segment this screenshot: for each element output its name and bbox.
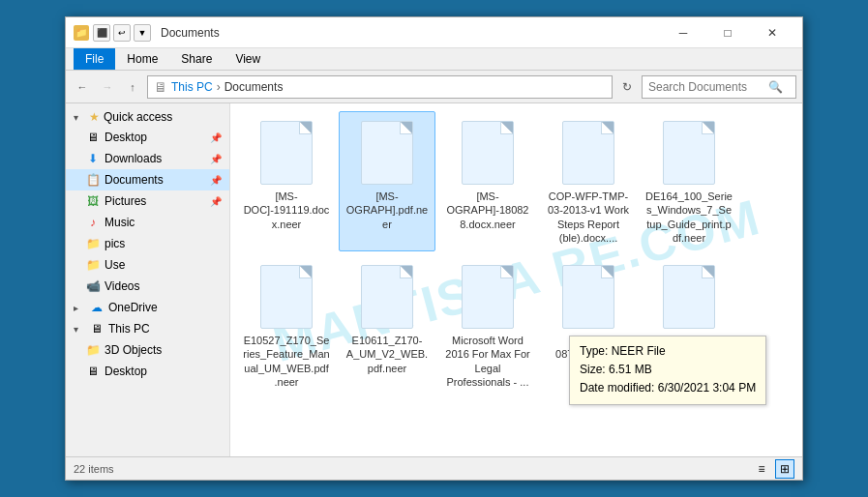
sidebar-label-onedrive: OneDrive	[108, 301, 222, 314]
file-icon-2	[356, 118, 418, 188]
ribbon: File Home Share View	[66, 48, 802, 71]
file-icon-4	[557, 118, 619, 188]
downloads-icon: ⬇	[85, 151, 101, 166]
file-name-6: E10527_Z170_Series_Feature_Manual_UM_WEB…	[243, 334, 330, 389]
thispc-icon: 🖥	[89, 321, 105, 336]
file-item-6[interactable]: E10527_Z170_Series_Feature_Manual_UM_WEB…	[238, 255, 335, 395]
tooltip-size: Size: 6.51 MB	[580, 361, 756, 379]
file-icon-3	[457, 118, 519, 188]
file-icon-9	[557, 262, 619, 332]
forward-button[interactable]: →	[97, 76, 118, 98]
sidebar-item-3dobjects[interactable]: 📁 3D Objects	[66, 339, 229, 361]
sidebar-thispc[interactable]: ▾ 🖥 This PC	[66, 318, 229, 339]
view-controls: ≡ ⊞	[752, 459, 794, 479]
file-item-2[interactable]: [MS-OGRAPH].pdf.neer	[339, 111, 435, 251]
documents-folder-icon: 📋	[85, 172, 101, 188]
folder-icon-use: 📁	[85, 257, 101, 273]
sidebar-item-desktop2[interactable]: 🖥 Desktop	[66, 361, 229, 382]
sidebar-label-desktop2: Desktop	[105, 365, 222, 378]
sidebar-label-videos: Videos	[105, 279, 222, 293]
star-icon: ★	[89, 110, 100, 124]
file-item-3[interactable]: [MS-OGRAPH]-180828.docx.neer	[439, 111, 536, 251]
addr-documents[interactable]: Documents	[224, 80, 284, 94]
sidebar-item-downloads[interactable]: ⬇ Downloads 📌	[66, 148, 229, 169]
file-name-5: DE164_100_Series_Windows_7_Setup_Guide_p…	[645, 190, 733, 245]
address-bar: ← → ↑ 🖥 This PC › Documents ↻ 🔍	[66, 71, 802, 103]
pin-icon-desktop: 📌	[210, 132, 222, 143]
details-view-button[interactable]: ≡	[752, 459, 771, 479]
window-controls: ─ □ ✕	[661, 17, 794, 48]
sidebar-label-quick-access: Quick access	[104, 110, 222, 124]
file-item-5[interactable]: DE164_100_Series_Windows_7_Setup_Guide_p…	[641, 111, 737, 251]
large-icons-view-button[interactable]: ⊞	[775, 459, 794, 479]
toggle-thispc: ▾	[74, 324, 85, 335]
sidebar-quick-access[interactable]: ▾ ★ Quick access	[66, 107, 229, 127]
addr-thispc[interactable]: This PC	[171, 80, 213, 94]
file-tooltip: Type: NEER File Size: 6.51 MB Date modif…	[569, 336, 766, 405]
file-icon-5	[658, 118, 720, 188]
onedrive-icon: ☁	[89, 300, 105, 315]
explorer-window: 📁 ⬛ ↩ ▼ Documents ─ □ ✕ File Home Share …	[65, 16, 803, 481]
tab-file[interactable]: File	[74, 48, 115, 70]
sidebar-item-videos[interactable]: 📹 Videos	[66, 276, 229, 297]
tooltip-date: Date modified: 6/30/2021 3:04 PM	[580, 379, 756, 397]
file-icon-8	[457, 262, 519, 332]
maximize-button[interactable]: □	[705, 17, 750, 48]
sidebar-label-3dobjects: 3D Objects	[105, 343, 222, 357]
tab-home[interactable]: Home	[115, 48, 169, 70]
file-name-2: [MS-OGRAPH].pdf.neer	[344, 190, 431, 231]
up-button[interactable]: ↑	[122, 76, 143, 98]
tooltip-type: Type: NEER File	[580, 342, 756, 361]
search-input[interactable]	[648, 80, 764, 94]
minimize-button[interactable]: ─	[661, 17, 705, 48]
sidebar-item-documents[interactable]: 📋 Documents 📌	[66, 169, 229, 190]
file-item-7[interactable]: E10611_Z170-A_UM_V2_WEB.pdf.neer	[339, 255, 435, 395]
sidebar-label-pics: pics	[105, 237, 222, 250]
pin-icon-pictures: 📌	[210, 196, 222, 207]
toggle-onedrive: ▸	[74, 303, 85, 313]
sidebar-item-desktop[interactable]: 🖥 Desktop 📌	[66, 127, 229, 148]
address-input[interactable]: 🖥 This PC › Documents	[147, 75, 613, 99]
tab-share[interactable]: Share	[169, 48, 224, 70]
item-count: 22 items	[74, 463, 114, 475]
pin-icon-downloads: 📌	[210, 154, 222, 164]
videos-icon: 📹	[85, 278, 101, 294]
tb-btn-1[interactable]: ⬛	[93, 24, 110, 42]
status-bar: 22 items ≡ ⊞	[66, 456, 802, 480]
close-button[interactable]: ✕	[750, 17, 794, 48]
music-icon: ♪	[85, 215, 101, 230]
sidebar-label-pictures: Pictures	[105, 194, 206, 208]
file-item-1[interactable]: [MS-DOC]-191119.docx.neer	[238, 111, 335, 251]
search-box[interactable]: 🔍	[642, 75, 796, 99]
pictures-icon: 🖼	[85, 193, 101, 209]
sidebar-item-use[interactable]: 📁 Use	[66, 254, 229, 276]
sidebar-label-documents: Documents	[105, 173, 206, 187]
sidebar-item-pictures[interactable]: 🖼 Pictures 📌	[66, 190, 229, 212]
desktop2-icon: 🖥	[85, 364, 101, 379]
file-icon-7	[356, 262, 418, 332]
sidebar-onedrive[interactable]: ▸ ☁ OneDrive	[66, 297, 229, 318]
title-bar-left: 📁 ⬛ ↩ ▼ Documents	[74, 24, 661, 42]
content-area: MANTISPA RE.COM [MS-DOC]-191119.docx.nee…	[230, 103, 802, 456]
tab-view[interactable]: View	[224, 48, 272, 70]
back-button[interactable]: ←	[72, 76, 93, 98]
sidebar-label-use: Use	[105, 258, 222, 272]
sidebar-label-desktop: Desktop	[105, 131, 206, 144]
refresh-button[interactable]: ↻	[616, 76, 638, 98]
quick-access-toolbar: ⬛ ↩ ▼	[93, 24, 151, 42]
file-item-8[interactable]: Microsoft Word 2016 For Max For Legal Pr…	[439, 255, 536, 395]
desktop-icon: 🖥	[85, 130, 101, 145]
tb-btn-2[interactable]: ↩	[113, 24, 131, 42]
title-bar: 📁 ⬛ ↩ ▼ Documents ─ □ ✕	[66, 17, 802, 48]
file-item-4[interactable]: COP-WFP-TMP-03-2013-v1 Work Steps Report…	[540, 111, 637, 251]
tb-btn-3[interactable]: ▼	[134, 24, 151, 42]
file-name-3: [MS-OGRAPH]-180828.docx.neer	[444, 190, 531, 231]
toggle-quick-access: ▾	[74, 112, 85, 123]
file-name-8: Microsoft Word 2016 For Max For Legal Pr…	[444, 334, 531, 389]
pin-icon-documents: 📌	[210, 175, 222, 186]
file-icon-1	[255, 118, 317, 188]
sidebar-item-pics[interactable]: 📁 pics	[66, 233, 229, 254]
file-name-4: COP-WFP-TMP-03-2013-v1 Work Steps Report…	[545, 190, 632, 245]
sidebar-item-music[interactable]: ♪ Music	[66, 212, 229, 233]
3dobjects-icon: 📁	[85, 342, 101, 358]
